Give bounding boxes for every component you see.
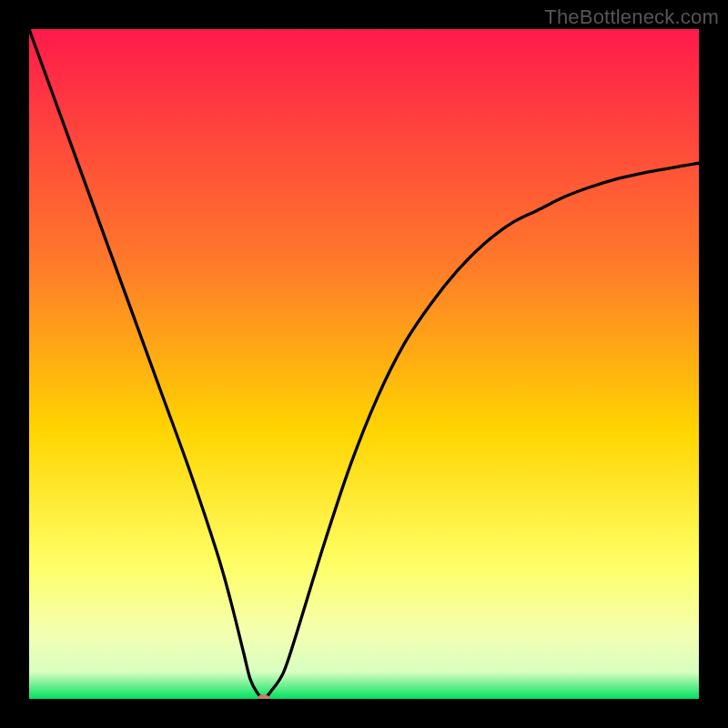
bottleneck-curve [29, 29, 699, 699]
chart-frame: TheBottleneck.com [0, 0, 728, 728]
plot-area [29, 29, 699, 699]
watermark-text: TheBottleneck.com [544, 5, 719, 29]
